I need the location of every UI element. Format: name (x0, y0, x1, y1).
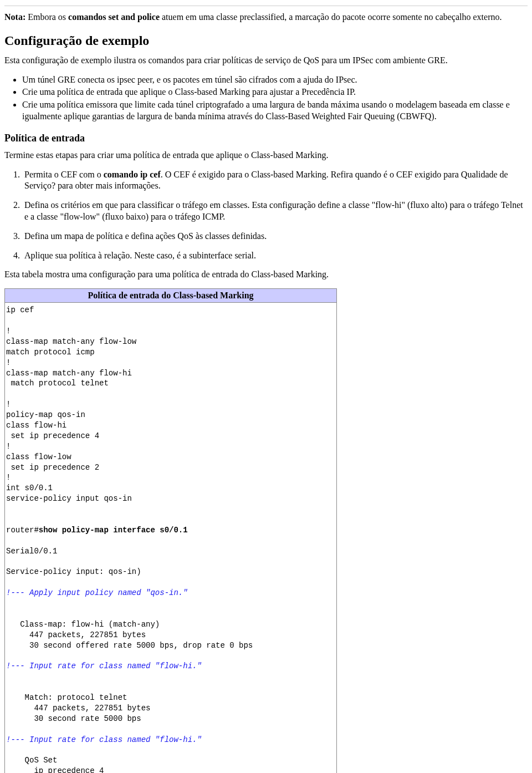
list-item: Um túnel GRE conecta os ipsec peer, e os… (22, 74, 528, 86)
table-header: Política de entrada do Class-based Marki… (5, 289, 337, 303)
code-p5: QoS Set ip precedence 4 Packets marked 4… (6, 756, 122, 773)
code-table: Política de entrada do Class-based Marki… (4, 288, 337, 773)
list-item: Crie uma política emissora que limite ca… (22, 99, 528, 123)
list-item: Defina os critérios em que para classifi… (22, 200, 528, 223)
nota-t1: Embora os (25, 12, 68, 22)
code-p3: Class-map: flow-hi (match-any) 447 packe… (6, 620, 253, 650)
code-c2: !--- Input rate for class named "flow-hi… (6, 662, 202, 670)
list-item: Crie uma política de entrada que aplique… (22, 87, 528, 98)
tabela-paragraph: Esta tabela mostra uma configuração para… (4, 269, 528, 281)
code-p1: ip cef ! class-map match-any flow-low ma… (6, 306, 136, 535)
code-p4: Match: protocol telnet 447 packets, 2278… (6, 693, 150, 723)
nota-b1: comandos set and police (68, 12, 160, 22)
heading-config-exemplo: Configuração de exemplo (4, 33, 528, 48)
list-item: Permita o CEF com o comando ip cef. O CE… (22, 169, 528, 192)
heading-politica-entrada: Política de entrada (4, 133, 528, 144)
nota-t2: atuem em uma classe preclassified, a mar… (160, 12, 502, 22)
entrada-paragraph: Termine estas etapas para criar uma polí… (4, 150, 528, 161)
nota-paragraph: Nota: Embora os comandos set and police … (4, 12, 528, 23)
code-c3: !--- Input rate for class named "flow-hi… (6, 735, 202, 744)
code-bold1: show policy-map interface s0/0.1 (39, 526, 188, 535)
code-p2: Serial0/0.1 Service-policy input: qos-in… (6, 547, 141, 577)
bullet-list: Um túnel GRE conecta os ipsec peer, e os… (4, 74, 528, 123)
list-item: Aplique sua política à relação. Neste ca… (22, 250, 528, 262)
code-block: ip cef ! class-map match-any flow-low ma… (5, 303, 336, 773)
divider (4, 6, 528, 6)
nota-label: Nota: (4, 12, 25, 22)
ordered-list: Permita o CEF com o comando ip cef. O CE… (4, 169, 528, 262)
intro-paragraph: Esta configuração de exemplo ilustra os … (4, 55, 528, 67)
list-item: Defina um mapa de política e defina açõe… (22, 231, 528, 242)
li1-t1: Permita o CEF com o (24, 170, 104, 179)
li1-b1: comando ip cef (104, 170, 161, 179)
code-c1: !--- Apply input policy named "qos-in." (6, 588, 188, 597)
